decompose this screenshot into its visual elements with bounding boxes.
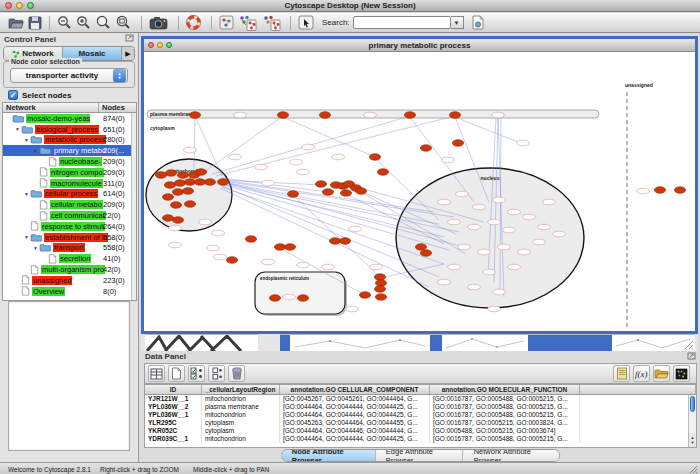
help-icon[interactable]: [184, 14, 203, 32]
copy-style-icon[interactable]: [236, 14, 260, 32]
background-window-fragment[interactable]: [612, 334, 695, 351]
table-cell[interactable]: cytoplasm: [202, 419, 280, 427]
tree-row-secretion[interactable]: secretion41(0): [3, 253, 136, 264]
background-window-fragment[interactable]: [290, 334, 430, 351]
import-attributes-icon[interactable]: [653, 365, 670, 382]
table-cell[interactable]: mitochondrion: [202, 435, 280, 443]
table-cell[interactable]: [GO:0016787, GO:0005488, GO:0005215, G..…: [430, 395, 580, 403]
birds-eye-view[interactable]: [8, 301, 130, 451]
save-icon[interactable]: [26, 14, 44, 32]
background-window-fragment[interactable]: [442, 334, 528, 351]
tree-row-nitrogen-compo[interactable]: nitrogen compo209(0): [3, 167, 136, 178]
expand-arrow-icon[interactable]: ▼: [23, 137, 30, 143]
close-icon[interactable]: [5, 2, 12, 9]
inner-close-icon[interactable]: [148, 42, 154, 48]
network-canvas[interactable]: plasma membranecytoplasmmitochondrionnuc…: [144, 52, 695, 331]
formula-builder-icon[interactable]: f(x): [633, 365, 650, 382]
attribute-matrix-icon[interactable]: [673, 365, 690, 382]
tab-network-attribute-browser[interactable]: Network Attribute Browser: [464, 450, 560, 461]
search-dropdown-icon[interactable]: ▼: [451, 16, 464, 29]
table-cell[interactable]: [GO:0044464, GO:0044444, GO:0044425, G..…: [280, 435, 430, 443]
table-cell[interactable]: cytoplasm: [202, 427, 280, 435]
maximize-icon[interactable]: [27, 2, 34, 9]
network-view-titlebar[interactable]: primary metabolic process: [144, 39, 695, 52]
table-row-YKR052C[interactable]: YKR052Ccytoplasm[GO:0044464, GO:0044446,…: [145, 427, 696, 435]
search-options-icon[interactable]: [469, 14, 487, 32]
search-input[interactable]: [353, 16, 451, 29]
table-cell[interactable]: [GO:0044464, GO:0044446, GO:0044444, G..…: [280, 427, 430, 435]
tree-row-establishment-of-lo[interactable]: ▼establishment of lo558(0): [3, 232, 136, 243]
tree-row-mosaic-demo-yeast[interactable]: mosaic-demo-yeast874(0): [3, 113, 136, 124]
column-header-2[interactable]: annotation.GO CELLULAR_COMPONENT: [280, 385, 430, 394]
layout-box-icon[interactable]: [217, 14, 236, 32]
minimize-icon[interactable]: [16, 2, 23, 9]
table-cell[interactable]: [GO:0016787, GO:0005215, GO:0003824, G..…: [430, 419, 580, 427]
tree-row-multi-organism-pro[interactable]: multi-organism pro42(0): [3, 264, 136, 275]
tree-header-nodes[interactable]: Nodes: [99, 103, 136, 112]
unselect-attributes-icon[interactable]: [208, 365, 225, 382]
tree-row-cellular-metabo[interactable]: cellular metabo209(0): [3, 199, 136, 210]
apply-style-icon[interactable]: [260, 14, 284, 32]
table-cell[interactable]: [GO:0045267, GO:0045261, GO:0044464, G..…: [280, 395, 430, 403]
node-color-dropdown[interactable]: transporter activity ▲▼: [10, 68, 128, 83]
open-icon[interactable]: [6, 14, 26, 32]
expand-arrow-icon[interactable]: ▼: [23, 191, 30, 197]
tree-scrollbar[interactable]: [131, 113, 136, 300]
table-scroll-arrows[interactable]: ▲▼: [688, 433, 696, 447]
table-cell[interactable]: [GO:0044464, GO:0044444, GO:0044425, G..…: [280, 411, 430, 419]
table-cell[interactable]: [GO:0016787, GO:0005488, GO:0005215, G..…: [430, 435, 580, 443]
tree-row-macromolecule[interactable]: macromolecule311(0): [3, 178, 136, 189]
table-cell[interactable]: mitochondrion: [202, 395, 280, 403]
tree-row-unassigned[interactable]: unassigned223(0): [3, 275, 136, 286]
select-nodes-checkbox[interactable]: ✓: [8, 90, 18, 100]
float-panel-icon[interactable]: [125, 34, 134, 44]
table-cell[interactable]: YPL036W__2: [145, 403, 202, 411]
zoom-out-icon[interactable]: [55, 14, 74, 32]
zoom-selected-icon[interactable]: [113, 14, 133, 32]
notes-icon[interactable]: [613, 365, 630, 382]
table-row-YDR039C__1[interactable]: YDR039C__1mitochondrion[GO:0044464, GO:0…: [145, 435, 696, 443]
select-attributes-icon[interactable]: [188, 365, 205, 382]
tree-row-transport[interactable]: ▼transport558(0): [3, 243, 136, 254]
tab-scroll-right-icon[interactable]: ▶: [122, 47, 134, 60]
tree-row-cellular-process[interactable]: ▼cellular process614(0): [3, 189, 136, 200]
zoom-fit-icon[interactable]: [93, 14, 113, 32]
expand-arrow-icon[interactable]: ▼: [14, 126, 21, 132]
table-cell[interactable]: YDR039C__1: [145, 435, 202, 443]
table-row-YPL036W__1[interactable]: YPL036W__1mitochondrion[GO:0044464, GO:0…: [145, 411, 696, 419]
table-cell[interactable]: [GO:0044464, GO:0044444, GO:0044425, G..…: [280, 403, 430, 411]
table-cell[interactable]: [GO:0005488, GO:0005215, GO:0003674]: [430, 427, 580, 435]
expand-arrow-icon[interactable]: ▼: [32, 245, 39, 251]
delete-attribute-icon[interactable]: [228, 365, 245, 382]
table-row-YJR121W__1[interactable]: YJR121W__1mitochondrion[GO:0045267, GO:0…: [145, 395, 696, 403]
attribute-table-icon[interactable]: [148, 365, 165, 382]
new-attribute-icon[interactable]: [168, 365, 185, 382]
select-nodes-row[interactable]: ✓ Select nodes: [8, 90, 71, 100]
table-cell[interactable]: mitochondrion: [202, 411, 280, 419]
tab-node-attribute-browser[interactable]: Node Attribute Browser: [282, 450, 376, 461]
tree-row-metabolic-process[interactable]: ▼metabolic process280(0): [3, 135, 136, 146]
float-panel-icon[interactable]: [687, 352, 696, 362]
tab-edge-attribute-browser[interactable]: Edge Attribute Browser: [376, 450, 464, 461]
inner-minimize-icon[interactable]: [157, 42, 163, 48]
zoom-in-icon[interactable]: [74, 14, 93, 32]
table-cell[interactable]: [GO:0016787, GO:0005488, GO:0005215, G..…: [430, 411, 580, 419]
table-row-YLR295C[interactable]: YLR295Ccytoplasm[GO:0045263, GO:0044464,…: [145, 419, 696, 427]
table-cell[interactable]: plasma membrane: [202, 403, 280, 411]
tree-row-biological-process[interactable]: ▼biological_process651(0): [3, 124, 136, 135]
column-header-1[interactable]: _cellularLayoutRegion: [202, 385, 280, 394]
app-titlebar[interactable]: Cytoscape Desktop (New Session): [0, 0, 700, 12]
tree-row-cell-communicat[interactable]: cell communicat22(0): [3, 210, 136, 221]
table-cell[interactable]: YLR295C: [145, 419, 202, 427]
tree-row-primary-metabo[interactable]: ▼primary metabo209(...: [3, 145, 136, 156]
snapshot-icon[interactable]: [147, 14, 170, 32]
table-cell[interactable]: YPL036W__1: [145, 411, 202, 419]
table-cell[interactable]: [GO:0016787, GO:0005488, GO:0005215, G..…: [430, 403, 580, 411]
column-header-3[interactable]: annotation.GO MOLECULAR_FUNCTION: [430, 385, 580, 394]
expand-arrow-icon[interactable]: ▼: [32, 148, 39, 154]
background-window-fragment[interactable]: [145, 334, 258, 351]
table-row-YPL036W__2[interactable]: YPL036W__2plasma membrane[GO:0044464, GO…: [145, 403, 696, 411]
tree-row-nucleobase-[interactable]: nucleobase-209(0): [3, 156, 136, 167]
table-cell[interactable]: YJR121W__1: [145, 395, 202, 403]
tree-row-response-to-stimulu[interactable]: response to stimulu264(0): [3, 221, 136, 232]
